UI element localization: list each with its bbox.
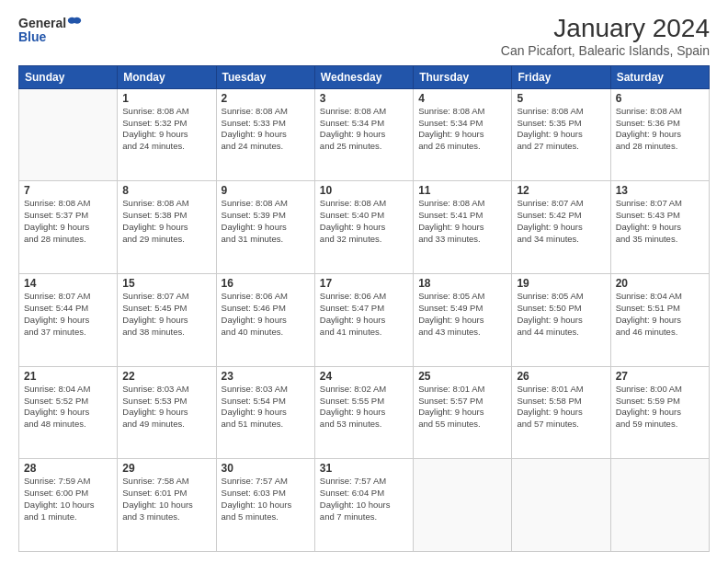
day-info: Sunrise: 8:08 AM Sunset: 5:41 PM Dayligh… [418,198,506,245]
day-info: Sunrise: 8:08 AM Sunset: 5:34 PM Dayligh… [418,106,506,153]
table-row: 10Sunrise: 8:08 AM Sunset: 5:40 PM Dayli… [314,181,413,274]
day-info: Sunrise: 8:08 AM Sunset: 5:36 PM Dayligh… [616,106,704,153]
table-row: 15Sunrise: 8:07 AM Sunset: 5:45 PM Dayli… [118,274,216,367]
day-number: 31 [320,462,408,475]
day-info: Sunrise: 8:07 AM Sunset: 5:44 PM Dayligh… [24,291,112,338]
calendar-week-row: 14Sunrise: 8:07 AM Sunset: 5:44 PM Dayli… [19,274,710,367]
table-row [610,459,709,552]
day-info: Sunrise: 8:08 AM Sunset: 5:37 PM Dayligh… [24,198,112,245]
day-info: Sunrise: 7:57 AM Sunset: 6:04 PM Dayligh… [320,476,408,523]
day-number: 20 [616,277,704,290]
table-row: 20Sunrise: 8:04 AM Sunset: 5:51 PM Dayli… [610,274,709,367]
table-row: 14Sunrise: 8:07 AM Sunset: 5:44 PM Dayli… [19,274,118,367]
day-number: 13 [616,184,704,197]
day-info: Sunrise: 8:04 AM Sunset: 5:52 PM Dayligh… [24,384,112,431]
logo: General Blue [18,15,83,44]
table-row [512,459,610,552]
table-row: 21Sunrise: 8:04 AM Sunset: 5:52 PM Dayli… [19,366,118,459]
day-info: Sunrise: 8:08 AM Sunset: 5:32 PM Dayligh… [122,106,210,153]
page: General Blue January 2024 Can Picafort, … [0,0,728,563]
calendar-header-row: Sunday Monday Tuesday Wednesday Thursday… [19,65,710,88]
day-number: 8 [122,184,210,197]
day-info: Sunrise: 7:57 AM Sunset: 6:03 PM Dayligh… [222,476,310,523]
day-info: Sunrise: 8:08 AM Sunset: 5:40 PM Dayligh… [320,198,408,245]
day-number: 5 [517,92,605,105]
day-number: 30 [222,462,310,475]
calendar-table: Sunday Monday Tuesday Wednesday Thursday… [18,65,710,552]
table-row: 16Sunrise: 8:06 AM Sunset: 5:46 PM Dayli… [216,274,314,367]
table-row: 13Sunrise: 8:07 AM Sunset: 5:43 PM Dayli… [610,181,709,274]
day-info: Sunrise: 8:05 AM Sunset: 5:50 PM Dayligh… [517,291,605,338]
day-number: 3 [320,92,408,105]
table-row: 12Sunrise: 8:07 AM Sunset: 5:42 PM Dayli… [512,181,610,274]
header-thursday: Thursday [414,65,512,88]
calendar-title: January 2024 [501,15,710,43]
table-row: 24Sunrise: 8:02 AM Sunset: 5:55 PM Dayli… [314,366,413,459]
table-row: 29Sunrise: 7:58 AM Sunset: 6:01 PM Dayli… [118,459,216,552]
day-number: 28 [24,462,112,475]
table-row: 26Sunrise: 8:01 AM Sunset: 5:58 PM Dayli… [512,366,610,459]
day-info: Sunrise: 8:01 AM Sunset: 5:58 PM Dayligh… [517,384,605,431]
table-row: 8Sunrise: 8:08 AM Sunset: 5:38 PM Daylig… [118,181,216,274]
day-info: Sunrise: 8:03 AM Sunset: 5:53 PM Dayligh… [122,384,210,431]
day-number: 27 [616,370,704,383]
header: General Blue January 2024 Can Picafort, … [18,15,710,58]
day-info: Sunrise: 8:08 AM Sunset: 5:33 PM Dayligh… [222,106,310,153]
table-row: 25Sunrise: 8:01 AM Sunset: 5:57 PM Dayli… [414,366,512,459]
day-number: 16 [222,277,310,290]
table-row: 27Sunrise: 8:00 AM Sunset: 5:59 PM Dayli… [610,366,709,459]
table-row: 7Sunrise: 8:08 AM Sunset: 5:37 PM Daylig… [19,181,118,274]
calendar-subtitle: Can Picafort, Balearic Islands, Spain [501,43,710,58]
day-info: Sunrise: 8:06 AM Sunset: 5:46 PM Dayligh… [222,291,310,338]
table-row: 22Sunrise: 8:03 AM Sunset: 5:53 PM Dayli… [118,366,216,459]
header-tuesday: Tuesday [216,65,314,88]
table-row: 3Sunrise: 8:08 AM Sunset: 5:34 PM Daylig… [314,88,413,181]
table-row [414,459,512,552]
table-row: 23Sunrise: 8:03 AM Sunset: 5:54 PM Dayli… [216,366,314,459]
day-number: 23 [222,370,310,383]
day-number: 26 [517,370,605,383]
calendar-week-row: 21Sunrise: 8:04 AM Sunset: 5:52 PM Dayli… [19,366,710,459]
table-row: 28Sunrise: 7:59 AM Sunset: 6:00 PM Dayli… [19,459,118,552]
day-number: 15 [122,277,210,290]
table-row: 5Sunrise: 8:08 AM Sunset: 5:35 PM Daylig… [512,88,610,181]
header-saturday: Saturday [610,65,709,88]
day-info: Sunrise: 8:08 AM Sunset: 5:35 PM Dayligh… [517,106,605,153]
table-row: 9Sunrise: 8:08 AM Sunset: 5:39 PM Daylig… [216,181,314,274]
day-info: Sunrise: 8:08 AM Sunset: 5:38 PM Dayligh… [122,198,210,245]
day-info: Sunrise: 7:58 AM Sunset: 6:01 PM Dayligh… [122,476,210,523]
table-row: 1Sunrise: 8:08 AM Sunset: 5:32 PM Daylig… [118,88,216,181]
day-number: 7 [24,184,112,197]
day-info: Sunrise: 8:00 AM Sunset: 5:59 PM Dayligh… [616,384,704,431]
header-wednesday: Wednesday [314,65,413,88]
day-number: 6 [616,92,704,105]
calendar-week-row: 28Sunrise: 7:59 AM Sunset: 6:00 PM Dayli… [19,459,710,552]
day-info: Sunrise: 8:08 AM Sunset: 5:39 PM Dayligh… [222,198,310,245]
table-row [19,88,118,181]
day-info: Sunrise: 8:03 AM Sunset: 5:54 PM Dayligh… [222,384,310,431]
table-row: 6Sunrise: 8:08 AM Sunset: 5:36 PM Daylig… [610,88,709,181]
day-number: 14 [24,277,112,290]
day-number: 29 [122,462,210,475]
table-row: 17Sunrise: 8:06 AM Sunset: 5:47 PM Dayli… [314,274,413,367]
calendar-week-row: 1Sunrise: 8:08 AM Sunset: 5:32 PM Daylig… [19,88,710,181]
table-row: 18Sunrise: 8:05 AM Sunset: 5:49 PM Dayli… [414,274,512,367]
table-row: 31Sunrise: 7:57 AM Sunset: 6:04 PM Dayli… [314,459,413,552]
header-monday: Monday [118,65,216,88]
logo-general: General [18,16,66,30]
table-row: 2Sunrise: 8:08 AM Sunset: 5:33 PM Daylig… [216,88,314,181]
day-info: Sunrise: 8:08 AM Sunset: 5:34 PM Dayligh… [320,106,408,153]
day-number: 4 [418,92,506,105]
day-info: Sunrise: 8:06 AM Sunset: 5:47 PM Dayligh… [320,291,408,338]
day-number: 19 [517,277,605,290]
logo-blue: Blue [18,29,83,44]
day-info: Sunrise: 7:59 AM Sunset: 6:00 PM Dayligh… [24,476,112,523]
day-info: Sunrise: 8:05 AM Sunset: 5:49 PM Dayligh… [418,291,506,338]
day-info: Sunrise: 8:02 AM Sunset: 5:55 PM Dayligh… [320,384,408,431]
day-info: Sunrise: 8:07 AM Sunset: 5:45 PM Dayligh… [122,291,210,338]
day-number: 17 [320,277,408,290]
day-number: 11 [418,184,506,197]
day-info: Sunrise: 8:07 AM Sunset: 5:42 PM Dayligh… [517,198,605,245]
table-row: 19Sunrise: 8:05 AM Sunset: 5:50 PM Dayli… [512,274,610,367]
day-number: 24 [320,370,408,383]
